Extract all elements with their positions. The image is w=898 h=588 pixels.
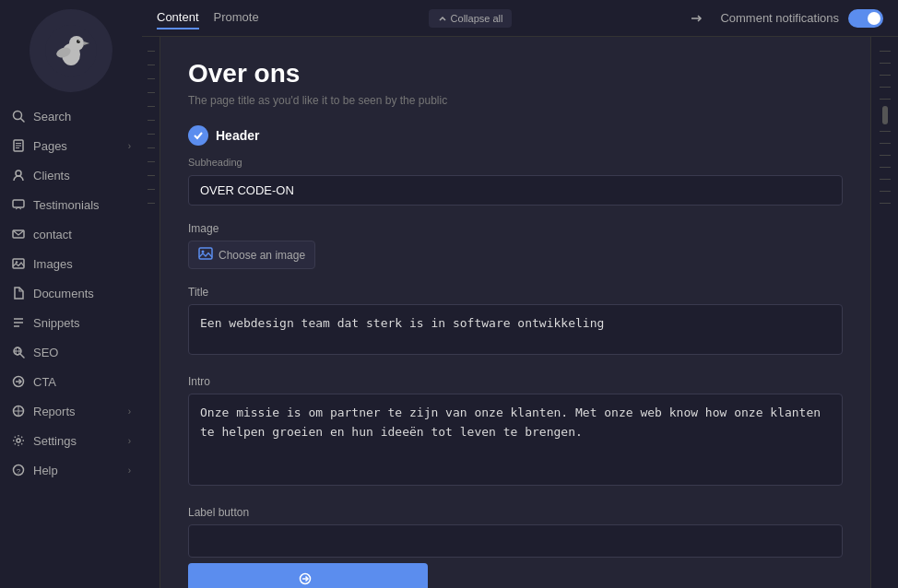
sidebar-item-contact-label: contact	[33, 228, 131, 241]
ruler-mark	[148, 120, 155, 121]
image-row: Choose an image	[188, 241, 843, 269]
sidebar-item-testimonials[interactable]: Testimonials	[0, 190, 142, 219]
svg-point-34	[202, 251, 205, 253]
sidebar-item-clients[interactable]: Clients	[0, 160, 142, 190]
right-ruler	[870, 37, 898, 588]
sidebar-item-reports-label: Reports	[33, 405, 121, 418]
images-icon	[11, 256, 26, 271]
ruler-mark	[148, 147, 155, 148]
label-button-input[interactable]	[188, 524, 843, 558]
button-preview-icon	[299, 572, 312, 585]
ruler-mark-4	[880, 87, 891, 88]
content-area: Over ons The page title as you'd like it…	[142, 37, 898, 588]
header-section: Header Subheading	[188, 125, 843, 206]
sidebar-item-contact[interactable]: contact	[0, 219, 142, 249]
svg-rect-14	[13, 200, 24, 207]
testimonials-icon	[11, 197, 26, 212]
label-button-wrapper	[188, 524, 843, 588]
logo	[30, 9, 112, 92]
ruler-mark	[148, 106, 155, 107]
ruler-mark	[148, 175, 155, 176]
label-button-label: Label button	[188, 506, 843, 519]
pages-chevron-icon: ›	[128, 141, 131, 151]
subheading-input[interactable]	[188, 175, 843, 206]
svg-line-23	[21, 355, 25, 359]
settings-icon	[11, 433, 26, 448]
tab-promote[interactable]: Promote	[214, 6, 259, 29]
svg-point-2	[69, 36, 84, 51]
clients-icon	[11, 168, 26, 182]
intro-section: Intro Onze missie is om partner te zijn …	[188, 375, 843, 489]
sidebar: Search Pages › Clien	[0, 0, 142, 588]
topbar-tabs: Content Promote	[157, 6, 259, 29]
label-button-preview	[188, 563, 428, 588]
svg-rect-33	[199, 248, 212, 259]
sidebar-nav: Search Pages › Clien	[0, 98, 142, 588]
help-chevron-icon: ›	[128, 465, 131, 476]
sidebar-item-snippets[interactable]: Snippets	[0, 308, 142, 337]
pages-icon	[11, 138, 26, 153]
export-button[interactable]	[681, 4, 711, 33]
ruler-drag-handle[interactable]	[882, 106, 888, 124]
ruler-mark-12	[880, 203, 891, 204]
editor-panel: Over ons The page title as you'd like it…	[160, 37, 870, 588]
ruler-mark	[148, 203, 155, 204]
ruler-mark	[148, 78, 155, 79]
sidebar-item-cta[interactable]: CTA	[0, 367, 142, 396]
reports-chevron-icon: ›	[128, 406, 131, 417]
title-input[interactable]: Een webdesign team dat sterk is in softw…	[188, 304, 843, 355]
ruler-mark-1	[880, 51, 891, 52]
collapse-icon	[438, 14, 447, 23]
cta-icon	[11, 374, 26, 389]
ruler-mark	[148, 65, 155, 65]
sidebar-item-reports[interactable]: Reports ›	[0, 396, 142, 426]
settings-chevron-icon: ›	[128, 436, 131, 446]
sidebar-item-help[interactable]: ? Help ›	[0, 455, 142, 485]
sidebar-item-testimonials-label: Testimonials	[33, 198, 131, 212]
contact-icon	[11, 227, 26, 241]
export-icon	[689, 11, 703, 26]
section-check-icon	[188, 125, 208, 146]
sidebar-item-settings[interactable]: Settings ›	[0, 426, 142, 455]
ruler-mark	[148, 161, 155, 162]
ruler-mark	[148, 189, 155, 190]
snippets-icon	[11, 315, 26, 330]
ruler-mark-6	[880, 131, 891, 132]
svg-line-8	[21, 119, 25, 123]
sidebar-item-search[interactable]: Search	[0, 101, 142, 131]
search-icon	[11, 109, 26, 123]
help-icon: ?	[11, 463, 26, 477]
section-header: Header	[188, 125, 843, 146]
sidebar-item-images-label: Images	[33, 257, 131, 271]
intro-input[interactable]: Onze missie is om partner te zijn van on…	[188, 394, 843, 486]
label-button-section: Label button	[188, 506, 843, 588]
ruler-mark-11	[880, 191, 891, 192]
sidebar-item-seo[interactable]: SEO	[0, 337, 142, 367]
comment-notifications-label: Comment notifications	[720, 11, 839, 25]
sidebar-item-seo-label: SEO	[33, 346, 131, 359]
reports-icon	[11, 404, 26, 418]
ruler-mark-2	[880, 63, 891, 64]
topbar: Content Promote Collapse all Comment not…	[142, 0, 898, 37]
collapse-all-button[interactable]: Collapse all	[429, 9, 513, 28]
ruler-mark	[148, 51, 155, 52]
sidebar-item-search-label: Search	[33, 110, 131, 123]
choose-image-label: Choose an image	[219, 249, 305, 262]
sidebar-item-settings-label: Settings	[33, 434, 121, 448]
image-section: Image Choose an image	[188, 222, 843, 269]
choose-image-button[interactable]: Choose an image	[188, 241, 315, 269]
title-section: Title Een webdesign team dat sterk is in…	[188, 286, 843, 359]
section-title: Header	[216, 128, 259, 143]
tab-content[interactable]: Content	[157, 6, 199, 29]
svg-point-17	[16, 261, 18, 263]
sidebar-item-pages-label: Pages	[33, 139, 121, 153]
main-area: Content Promote Collapse all Comment not…	[142, 0, 898, 588]
ruler-mark-9	[880, 167, 891, 168]
comment-notifications-toggle[interactable]	[848, 9, 883, 28]
sidebar-item-images[interactable]: Images	[0, 249, 142, 278]
sidebar-item-clients-label: Clients	[33, 169, 131, 182]
svg-text:?: ?	[17, 467, 21, 476]
sidebar-item-documents[interactable]: Documents	[0, 278, 142, 308]
sidebar-item-pages[interactable]: Pages ›	[0, 131, 142, 160]
intro-label: Intro	[188, 375, 843, 388]
